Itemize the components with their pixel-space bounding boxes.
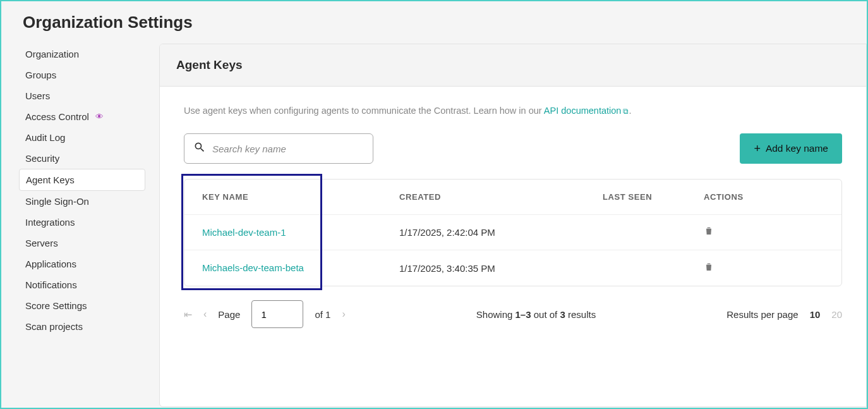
table-header-row: KEY NAME CREATED LAST SEEN ACTIONS xyxy=(184,180,841,215)
sidebar-item-integrations[interactable]: Integrations xyxy=(19,212,145,233)
sidebar-item-label: Users xyxy=(25,90,50,101)
sidebar-item-label: Access Control xyxy=(25,111,89,122)
agent-keys-table: KEY NAME CREATED LAST SEEN ACTIONS Micha… xyxy=(184,179,842,286)
col-header-created: CREATED xyxy=(399,192,603,202)
sidebar-item-label: Notifications xyxy=(25,279,77,290)
sidebar-item-servers[interactable]: Servers xyxy=(19,233,145,253)
add-key-label: Add key name xyxy=(766,143,828,154)
rpp-option-10[interactable]: 10 xyxy=(810,309,821,320)
sidebar-item-label: Single Sign-On xyxy=(25,196,89,207)
toolbar: + Add key name xyxy=(184,133,842,164)
first-page-icon[interactable]: ⇤ xyxy=(184,308,192,320)
sidebar-item-single-sign-on[interactable]: Single Sign-On xyxy=(19,191,145,212)
plus-icon: + xyxy=(754,142,761,156)
sidebar-item-access-control[interactable]: Access Control👁 xyxy=(19,106,145,127)
col-header-actions: ACTIONS xyxy=(704,192,841,202)
panel-header: Agent Keys xyxy=(160,44,866,87)
col-header-name: KEY NAME xyxy=(184,192,399,202)
help-prefix: Use agent keys when configuring agents t… xyxy=(184,106,544,116)
page-input[interactable] xyxy=(251,300,303,328)
col-header-last-seen: LAST SEEN xyxy=(603,192,704,202)
delete-icon[interactable] xyxy=(704,227,714,239)
panel-body: Use agent keys when configuring agents t… xyxy=(160,87,866,406)
rpp-label: Results per page xyxy=(726,309,798,320)
sidebar-item-label: Organization xyxy=(25,49,79,59)
search-input[interactable] xyxy=(212,143,364,154)
key-name-link[interactable]: Michael-dev-team-1 xyxy=(202,227,286,238)
created-cell: 1/17/2025, 3:40:35 PM xyxy=(399,263,603,274)
help-text: Use agent keys when configuring agents t… xyxy=(184,106,842,116)
delete-icon[interactable] xyxy=(704,263,714,275)
sidebar-item-label: Integrations xyxy=(25,217,75,228)
sidebar-item-label: Audit Log xyxy=(25,132,65,143)
page-label: Page xyxy=(218,309,240,320)
sidebar-item-label: Servers xyxy=(25,238,58,248)
next-page-icon[interactable]: › xyxy=(342,308,345,320)
rpp-option-20[interactable]: 20 xyxy=(831,309,842,320)
sidebar-item-security[interactable]: Security xyxy=(19,148,145,169)
api-doc-link[interactable]: API documentation⧉ xyxy=(544,106,629,116)
add-key-button[interactable]: + Add key name xyxy=(740,133,842,164)
pagination: ⇤ ‹ Page of 1 › Showing 1–3 out of 3 res… xyxy=(184,300,842,328)
page-title: Organization Settings xyxy=(1,1,867,44)
of-label: of 1 xyxy=(315,309,330,320)
sidebar-item-label: Security xyxy=(25,153,59,164)
sidebar-item-agent-keys[interactable]: Agent Keys xyxy=(19,169,145,191)
table-row: Michael-dev-team-11/17/2025, 2:42:04 PM xyxy=(184,215,841,250)
prev-page-icon[interactable]: ‹ xyxy=(203,308,207,320)
created-cell: 1/17/2025, 2:42:04 PM xyxy=(399,227,603,238)
sidebar-item-label: Applications xyxy=(25,259,76,269)
sidebar-item-users[interactable]: Users xyxy=(19,85,145,106)
preview-eye-icon: 👁 xyxy=(95,112,104,121)
sidebar-item-audit-log[interactable]: Audit Log xyxy=(19,127,145,148)
table-row: Michaels-dev-team-beta1/17/2025, 3:40:35… xyxy=(184,250,841,286)
main-panel: Agent Keys Use agent keys when configuri… xyxy=(159,44,867,407)
sidebar-item-groups[interactable]: Groups xyxy=(19,64,145,85)
sidebar-item-scan-projects[interactable]: Scan projects xyxy=(19,316,145,337)
sidebar-item-label: Scan projects xyxy=(25,321,83,332)
sidebar-item-organization[interactable]: Organization xyxy=(19,44,145,64)
key-name-link[interactable]: Michaels-dev-team-beta xyxy=(202,262,304,273)
showing-text: Showing 1–3 out of 3 results xyxy=(476,309,596,320)
sidebar-item-score-settings[interactable]: Score Settings xyxy=(19,295,145,316)
sidebar-item-label: Score Settings xyxy=(25,300,87,311)
sidebar-item-label: Agent Keys xyxy=(26,174,75,185)
sidebar-item-applications[interactable]: Applications xyxy=(19,253,145,274)
sidebar-item-label: Groups xyxy=(25,70,56,80)
search-icon xyxy=(193,141,206,156)
help-suffix: . xyxy=(629,106,631,116)
sidebar: OrganizationGroupsUsersAccess Control👁Au… xyxy=(1,44,159,407)
sidebar-item-notifications[interactable]: Notifications xyxy=(19,274,145,295)
panel-title: Agent Keys xyxy=(176,58,850,72)
search-wrap[interactable] xyxy=(184,133,373,164)
